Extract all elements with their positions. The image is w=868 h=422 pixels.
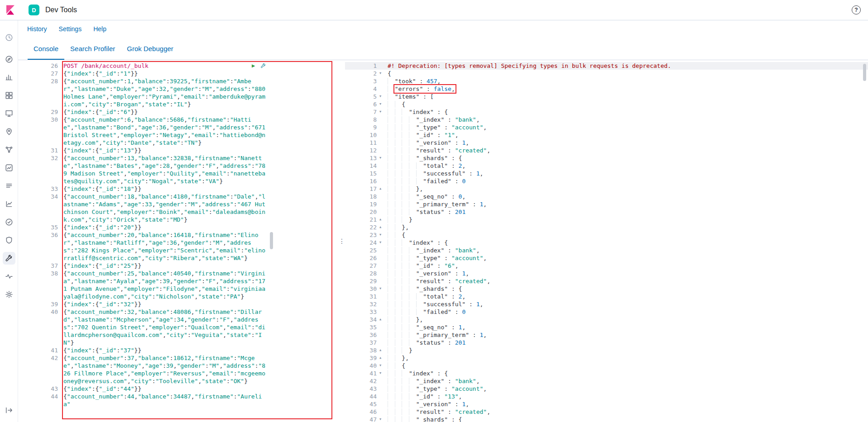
fold-icon: [377, 62, 384, 70]
rail-item-maps[interactable]: [3, 125, 15, 138]
request-editor[interactable]: 26POST /bank/account/_bulk▶27{"index":{"…: [18, 60, 339, 422]
rail-item-logs[interactable]: [3, 180, 15, 192]
page-title: Dev Tools: [45, 6, 77, 14]
response-line: 20 "status" : 201: [345, 208, 868, 216]
response-scrollbar-thumb[interactable]: [863, 64, 866, 81]
response-line: 41▼ "index" : {: [345, 370, 868, 377]
line-number: 27: [345, 262, 377, 270]
rail-item-canvas[interactable]: [3, 107, 15, 120]
request-line[interactable]: 44{"account_number":44,"balance":34487,"…: [18, 393, 339, 408]
rail-item-apm[interactable]: [3, 198, 15, 210]
siem-icon: [5, 236, 13, 244]
fold-icon[interactable]: ▲: [377, 346, 384, 354]
line-number: 25: [345, 247, 377, 254]
fold-icon[interactable]: ▼: [377, 370, 384, 377]
fold-icon[interactable]: ▼: [377, 93, 384, 100]
line-number: 43: [51, 385, 58, 392]
fold-icon[interactable]: ▼: [377, 70, 384, 77]
rail-item-uptime[interactable]: [3, 216, 15, 228]
rail-item-stack-monitoring[interactable]: [3, 270, 15, 283]
response-line: 42 "_index" : "bank",: [345, 377, 868, 385]
fold-icon: [377, 408, 384, 416]
request-line[interactable]: 27{"index":{"_id":"1"}}: [18, 70, 339, 77]
content-area: HistorySettingsHelp ConsoleSearch Profil…: [18, 20, 868, 422]
fold-icon[interactable]: ▲: [377, 223, 384, 231]
request-line[interactable]: 31{"index":{"_id":"13"}}: [18, 147, 339, 154]
request-line[interactable]: 35{"index":{"_id":"20"}}: [18, 223, 339, 231]
response-line: 3 "took" : 457,: [345, 77, 868, 85]
line-number: 19: [345, 200, 377, 208]
send-request-button[interactable]: ▶: [252, 62, 255, 70]
rail-item-dashboard[interactable]: [3, 89, 15, 102]
request-line[interactable]: 38{"account_number":25,"balance":40540,"…: [18, 270, 339, 300]
nav-menu-toggle[interactable]: [3, 404, 15, 417]
line-number: 8: [345, 116, 377, 123]
rail-item-management[interactable]: [3, 288, 15, 301]
devtools-tabs: ConsoleSearch ProfilerGrok Debugger: [18, 38, 868, 60]
request-line[interactable]: 29{"index":{"_id":"6"}}: [18, 108, 339, 116]
request-line[interactable]: 36{"account_number":20,"balance":16418,"…: [18, 231, 339, 262]
fold-icon: [377, 77, 384, 85]
help-icon[interactable]: ?: [852, 5, 861, 14]
line-number: 40: [51, 308, 58, 315]
fold-icon[interactable]: ▼: [377, 285, 384, 293]
line-number: 21: [345, 216, 377, 223]
fold-icon[interactable]: ▼: [377, 416, 384, 422]
response-line: 13▼ "_shards" : {: [345, 154, 868, 162]
line-number: 18: [345, 193, 377, 200]
wrench-icon[interactable]: [260, 63, 266, 69]
tab-search-profiler[interactable]: Search Profiler: [64, 38, 121, 60]
line-number: 10: [345, 131, 377, 139]
request-line[interactable]: 39{"index":{"_id":"32"}}: [18, 300, 339, 308]
fold-icon[interactable]: ▼: [377, 362, 384, 370]
response-line: 25 "_index" : "bank",: [345, 247, 868, 254]
fold-icon[interactable]: ▲: [377, 185, 384, 193]
space-avatar[interactable]: D: [29, 5, 39, 15]
fold-icon[interactable]: ▲: [377, 354, 384, 362]
request-line[interactable]: 40{"account_number":32,"balance":48086,"…: [18, 308, 339, 346]
kibana-logo-icon[interactable]: [4, 3, 17, 17]
rail-item-recently-viewed[interactable]: [3, 31, 15, 44]
request-line[interactable]: 41{"index":{"_id":"37"}}: [18, 346, 339, 354]
rail-item-dev-tools[interactable]: [3, 252, 15, 265]
fold-icon: [377, 116, 384, 123]
request-line[interactable]: 33{"index":{"_id":"18"}}: [18, 185, 339, 193]
fold-icon[interactable]: ▼: [377, 108, 384, 116]
rail-item-discover[interactable]: [3, 53, 15, 66]
menu-item-settings[interactable]: Settings: [59, 25, 82, 33]
menu-item-history[interactable]: History: [27, 25, 47, 33]
request-line[interactable]: 28{"account_number":1,"balance":39225,"f…: [18, 77, 339, 108]
request-line[interactable]: 32{"account_number":13,"balance":32838,"…: [18, 154, 339, 185]
rail-item-metrics[interactable]: [3, 161, 15, 174]
response-line: 24▼ "index" : {: [345, 239, 868, 247]
fold-icon[interactable]: ▲: [377, 316, 384, 323]
request-line[interactable]: 43{"index":{"_id":"44"}}: [18, 385, 339, 393]
rail-item-siem[interactable]: [3, 234, 15, 247]
menu-item-help[interactable]: Help: [93, 25, 106, 33]
response-line: 18 "_seq_no" : 0,: [345, 193, 868, 200]
tab-console[interactable]: Console: [28, 38, 64, 60]
management-icon: [5, 290, 13, 299]
fold-icon[interactable]: ▼: [377, 100, 384, 108]
line-number: 4: [345, 85, 377, 93]
line-number: 29: [51, 109, 58, 115]
pane-splitter[interactable]: ⋮: [339, 60, 345, 422]
request-line[interactable]: 42{"account_number":37,"balance":18612,"…: [18, 354, 339, 385]
fold-icon[interactable]: ▲: [377, 216, 384, 223]
fold-icon[interactable]: ▼: [377, 154, 384, 162]
request-line[interactable]: 30{"account_number":6,"balance":5686,"fi…: [18, 116, 339, 147]
request-scrollbar-thumb[interactable]: [270, 232, 273, 249]
tab-grok-debugger[interactable]: Grok Debugger: [121, 38, 179, 60]
fold-icon[interactable]: ▼: [377, 239, 384, 247]
canvas-icon: [5, 109, 13, 118]
fold-icon: [377, 139, 384, 147]
request-line[interactable]: 37{"index":{"_id":"25"}}: [18, 262, 339, 270]
request-line[interactable]: 34{"account_number":18,"balance":4180,"f…: [18, 193, 339, 223]
dashboard-icon: [5, 91, 13, 100]
top-bar: D Dev Tools ?: [0, 0, 868, 20]
fold-icon[interactable]: ▼: [377, 231, 384, 239]
rail-item-visualize[interactable]: [3, 71, 15, 84]
request-line[interactable]: 26POST /bank/account/_bulk▶: [18, 62, 339, 70]
rail-item-machine-learning[interactable]: [3, 143, 15, 156]
response-line: 21▲ }: [345, 216, 868, 223]
